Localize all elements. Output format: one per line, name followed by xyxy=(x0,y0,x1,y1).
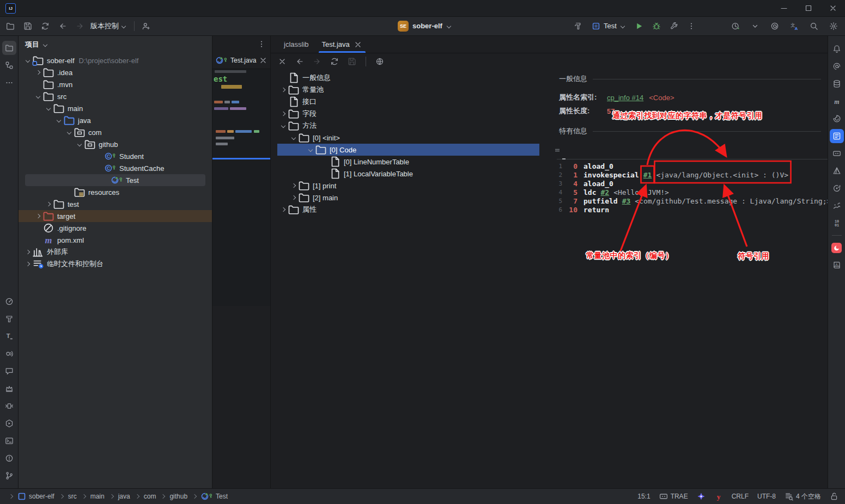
tool-strip-button[interactable] xyxy=(2,399,16,413)
toolbar-button[interactable] xyxy=(21,19,35,33)
tree-chevron-icon[interactable] xyxy=(102,174,111,186)
tree-row[interactable]: main xyxy=(19,102,212,114)
editor-tab[interactable]: Test.java xyxy=(315,36,369,53)
tree-chevron-icon[interactable] xyxy=(44,102,53,114)
tree-chevron-icon[interactable] xyxy=(23,246,32,258)
tool-strip-button[interactable] xyxy=(830,112,844,126)
window-control-button[interactable] xyxy=(771,0,796,16)
constant-pool-ref-link[interactable]: #3 xyxy=(622,197,631,206)
breadcrumb-item[interactable]: java xyxy=(107,493,132,500)
tree-row[interactable]: src xyxy=(19,90,212,102)
tool-strip-button[interactable] xyxy=(2,416,16,431)
menu-item[interactable] xyxy=(34,0,45,16)
toolbar-button[interactable] xyxy=(649,19,664,33)
tool-strip-button[interactable] xyxy=(2,41,16,55)
toolbar-button[interactable] xyxy=(667,19,681,33)
menu-item[interactable] xyxy=(23,0,34,16)
tree-row[interactable]: test xyxy=(19,198,212,210)
breadcrumb-item[interactable]: main xyxy=(80,493,106,500)
jclasslib-toolbar-button[interactable] xyxy=(293,54,307,69)
tree-chevron-icon[interactable] xyxy=(289,132,298,144)
close-icon[interactable] xyxy=(259,56,268,65)
toolbar-button[interactable] xyxy=(768,19,782,33)
tool-strip-button[interactable] xyxy=(830,241,844,255)
tree-row[interactable]: [0] LineNumberTable xyxy=(271,156,551,168)
bytecode-tab[interactable] xyxy=(585,155,599,159)
tool-strip-button[interactable] xyxy=(2,312,16,326)
window-control-button[interactable] xyxy=(796,0,820,16)
file-encoding[interactable]: UTF-8 xyxy=(757,493,776,500)
tree-row[interactable]: [2] main xyxy=(271,192,551,204)
menu-item[interactable] xyxy=(132,0,143,16)
tree-row[interactable]: java xyxy=(19,114,212,126)
toolbar-button[interactable] xyxy=(632,19,646,33)
jclasslib-toolbar-button[interactable] xyxy=(327,54,342,69)
toolbar-button[interactable] xyxy=(807,19,821,33)
tree-row[interactable]: 一般信息 xyxy=(271,72,551,84)
toolbar-button[interactable]: 文A xyxy=(787,19,801,33)
trae-widget[interactable]: TRAE xyxy=(659,492,688,501)
line-separator[interactable]: CRLF xyxy=(732,493,749,500)
tree-chevron-icon[interactable] xyxy=(95,162,105,174)
tree-chevron-icon[interactable] xyxy=(23,258,32,270)
breadcrumb-item[interactable]: github xyxy=(159,493,189,500)
tree-chevron-icon[interactable] xyxy=(289,192,298,204)
tool-strip-button[interactable] xyxy=(830,181,844,195)
tool-strip-button[interactable] xyxy=(830,146,844,161)
menu-item[interactable] xyxy=(89,0,100,16)
tool-strip-button[interactable]: 1001 xyxy=(830,216,844,230)
tree-chevron-icon[interactable] xyxy=(278,120,288,132)
add-user-button[interactable] xyxy=(139,19,153,33)
tree-row[interactable]: 常量池 xyxy=(271,84,551,96)
tool-strip-button[interactable] xyxy=(2,76,16,90)
project-pane-header[interactable]: 项目 xyxy=(19,36,212,53)
tree-chevron-icon[interactable] xyxy=(54,114,63,126)
tool-strip-button[interactable] xyxy=(2,364,16,378)
vcs-widget[interactable]: 版本控制 xyxy=(87,19,130,33)
jclasslib-toolbar-button[interactable] xyxy=(275,54,289,69)
tree-row[interactable]: .mvn xyxy=(19,78,212,90)
menu-item[interactable] xyxy=(121,0,132,16)
tree-chevron-icon[interactable] xyxy=(64,186,74,198)
y-plugin-icon[interactable]: y xyxy=(714,492,723,501)
tool-strip-button[interactable] xyxy=(830,59,844,73)
bytecode-tab[interactable] xyxy=(557,155,571,159)
tree-row[interactable]: sober-elf D:\project\sober-elf xyxy=(19,54,212,66)
toolbar-button[interactable] xyxy=(826,19,841,33)
tree-row[interactable]: C StudentCache xyxy=(19,162,212,174)
menu-item[interactable] xyxy=(56,0,67,16)
tree-row[interactable]: github xyxy=(19,138,212,150)
window-control-button[interactable] xyxy=(820,0,845,16)
bytecode-line[interactable]: 6 10 return xyxy=(551,206,828,214)
indent-widget[interactable]: 4 个空格 xyxy=(785,492,821,501)
jclasslib-toolbar-button[interactable] xyxy=(345,54,359,69)
breadcrumb-item[interactable]: com xyxy=(133,493,158,500)
bytecode-line[interactable]: 4 5 ldc #2 <Hello, JVM!> xyxy=(551,188,828,197)
toolbar-button[interactable] xyxy=(38,19,52,33)
mini-editor-tab[interactable]: Test.java xyxy=(212,52,270,69)
editor-tab[interactable]: jclasslib xyxy=(277,36,315,53)
tree-chevron-icon[interactable] xyxy=(33,78,42,90)
tool-strip-button[interactable] xyxy=(830,129,844,143)
tree-chevron-icon[interactable] xyxy=(33,210,42,222)
unlock-icon[interactable] xyxy=(830,492,838,501)
bytecode-tab[interactable] xyxy=(571,155,585,159)
tool-strip-button[interactable] xyxy=(2,382,16,396)
jclasslib-toolbar-button[interactable] xyxy=(310,54,324,69)
breadcrumb-item[interactable]: sober-elf xyxy=(7,492,56,501)
tree-row[interactable]: 方法 xyxy=(271,120,551,132)
tool-strip-button[interactable] xyxy=(2,434,16,448)
menu-item[interactable] xyxy=(67,0,78,16)
tool-strip-button[interactable] xyxy=(830,42,844,56)
tree-row[interactable]: resources xyxy=(19,186,212,198)
bytecode-line[interactable]: 3 4 aload_0 xyxy=(551,180,828,188)
tree-chevron-icon[interactable] xyxy=(278,72,288,84)
bytecode-line[interactable]: 5 7 putfield #3 <com/github/Test.message… xyxy=(551,197,828,206)
constant-pool-ref-link[interactable]: #2 xyxy=(600,188,609,197)
tree-chevron-icon[interactable] xyxy=(95,150,105,162)
tool-strip-button[interactable] xyxy=(830,199,844,213)
tree-chevron-icon[interactable] xyxy=(320,156,329,168)
project-widget[interactable]: SE sober-elf xyxy=(398,21,452,32)
breadcrumb-item[interactable]: src xyxy=(57,493,78,500)
tool-strip-button[interactable] xyxy=(2,469,16,483)
